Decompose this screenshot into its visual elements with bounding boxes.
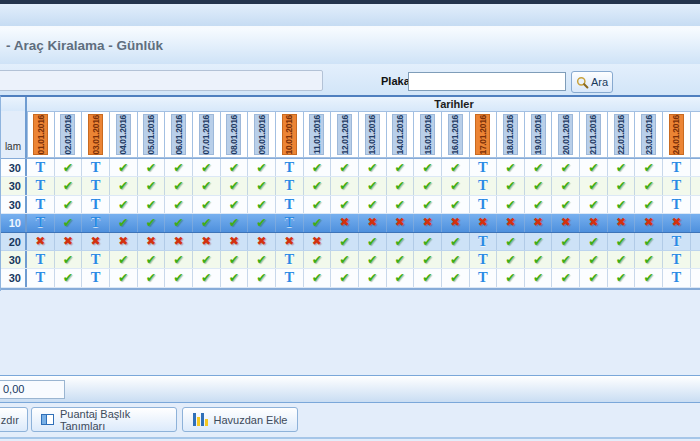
table-row[interactable]: 30T✔T✔✔✔✔✔✔T✔✔✔✔✔✔T✔✔✔✔✔✔T	[1, 251, 700, 269]
status-cell-check[interactable]: ✔	[165, 269, 193, 286]
table-row[interactable]: 30T✔T✔✔✔✔✔✔T✔✔✔✔✔✔T✔✔✔✔✔✔T	[1, 177, 700, 195]
status-cell-check[interactable]: ✔	[359, 251, 387, 268]
status-cell-check[interactable]: ✔	[248, 159, 276, 176]
status-cell-tatil[interactable]: T	[663, 159, 691, 176]
status-cell-check[interactable]: ✔	[387, 177, 415, 194]
status-cell-check[interactable]: ✔	[580, 251, 608, 268]
status-cell-check[interactable]: ✔	[525, 196, 553, 213]
status-cell-tatil[interactable]: T	[470, 196, 498, 213]
status-cell-check[interactable]: ✔	[525, 251, 553, 268]
status-cell-check[interactable]: ✔	[387, 196, 415, 213]
status-cell-check[interactable]: ✔	[165, 196, 193, 213]
status-cell-check[interactable]: ✔	[138, 159, 166, 176]
status-cell-check[interactable]: ✔	[497, 269, 525, 286]
status-cell-check[interactable]: ✔	[525, 159, 553, 176]
row-total-cell[interactable]: 30	[1, 159, 27, 176]
status-cell-check[interactable]: ✔	[304, 159, 332, 176]
status-cell-cross[interactable]: ✖	[608, 214, 636, 231]
status-cell-tatil[interactable]: T	[663, 251, 691, 268]
status-cell-check[interactable]: ✔	[193, 159, 221, 176]
status-cell-cross[interactable]: ✖	[276, 233, 304, 250]
status-cell-check[interactable]: ✔	[55, 159, 83, 176]
status-cell-check[interactable]: ✔	[635, 233, 663, 250]
status-cell-tatil[interactable]: T	[663, 269, 691, 286]
status-cell-check[interactable]: ✔	[414, 251, 442, 268]
date-header-cell[interactable]: 02.01.2016	[55, 111, 83, 158]
status-cell-check[interactable]: ✔	[580, 196, 608, 213]
date-header-cell[interactable]: 23.01.2016	[635, 111, 663, 158]
date-header-cell[interactable]: 13.01.2016	[359, 111, 387, 158]
table-row[interactable]: 30T✔T✔✔✔✔✔✔T✔✔✔✔✔✔T✔✔✔✔✔✔T	[1, 159, 700, 177]
status-cell-check[interactable]: ✔	[552, 196, 580, 213]
date-header-cell[interactable]: 10.01.2016	[276, 111, 304, 158]
status-cell-check[interactable]: ✔	[442, 196, 470, 213]
status-cell-check[interactable]: ✔	[138, 269, 166, 286]
status-cell-check[interactable]: ✔	[497, 196, 525, 213]
status-cell-check[interactable]: ✔	[580, 159, 608, 176]
status-cell-cross[interactable]: ✖	[248, 233, 276, 250]
status-cell-tatil[interactable]: T	[663, 196, 691, 213]
status-cell-cross[interactable]: ✖	[663, 214, 691, 231]
status-cell-check[interactable]: ✔	[580, 177, 608, 194]
status-cell-tatil[interactable]: T	[27, 177, 55, 194]
status-cell-cross[interactable]: ✖	[497, 214, 525, 231]
status-cell-cross[interactable]: ✖	[331, 214, 359, 231]
status-cell-check[interactable]: ✔	[110, 251, 138, 268]
status-cell-check[interactable]: ✔	[248, 251, 276, 268]
table-row[interactable]: 20✖✖✖✖✖✖✖✖✖✖✖✔✔✔✔✔T✔✔✔✔✔✔T	[1, 233, 700, 251]
status-cell-check[interactable]: ✔	[414, 196, 442, 213]
status-cell-check[interactable]: ✔	[193, 269, 221, 286]
date-header-cell[interactable]: 15.01.2016	[414, 111, 442, 158]
status-cell-check[interactable]: ✔	[608, 251, 636, 268]
status-cell-cross[interactable]: ✖	[82, 233, 110, 250]
status-cell-check[interactable]: ✔	[193, 196, 221, 213]
status-cell-check[interactable]: ✔	[442, 159, 470, 176]
status-cell-check[interactable]: ✔	[525, 233, 553, 250]
status-cell-cross[interactable]: ✖	[55, 233, 83, 250]
status-cell-check[interactable]: ✔	[138, 196, 166, 213]
status-cell-check[interactable]: ✔	[304, 196, 332, 213]
status-cell-check[interactable]: ✔	[165, 177, 193, 194]
status-cell-tatil[interactable]: T	[276, 196, 304, 213]
status-cell-check[interactable]: ✔	[55, 251, 83, 268]
status-cell-tatil[interactable]: T	[276, 177, 304, 194]
row-total-cell[interactable]: 30	[1, 196, 27, 213]
status-cell-check[interactable]: ✔	[635, 177, 663, 194]
table-row[interactable]: 10T✔T✔✔✔✔✔✔T✔✖✖✖✖✖✖✖✖✖✖✖✖✖	[1, 214, 700, 232]
status-cell-check[interactable]: ✔	[248, 196, 276, 213]
puantaj-definitions-button[interactable]: Puantaj Başlık Tanımları	[31, 407, 177, 432]
status-cell-check[interactable]: ✔	[387, 251, 415, 268]
status-cell-check[interactable]: ✔	[110, 159, 138, 176]
status-cell-tatil[interactable]: T	[470, 251, 498, 268]
status-cell-tatil[interactable]: T	[276, 269, 304, 286]
status-cell-check[interactable]: ✔	[193, 214, 221, 231]
status-cell-check[interactable]: ✔	[221, 159, 249, 176]
date-header-cell[interactable]: 01.01.2016	[27, 111, 55, 158]
status-cell-check[interactable]: ✔	[442, 233, 470, 250]
status-cell-check[interactable]: ✔	[497, 177, 525, 194]
status-cell-check[interactable]: ✔	[525, 269, 553, 286]
status-cell-cross[interactable]: ✖	[580, 214, 608, 231]
table-row[interactable]: 30T✔T✔✔✔✔✔✔T✔✔✔✔✔✔T✔✔✔✔✔✔T	[1, 196, 700, 214]
status-cell-check[interactable]: ✔	[331, 196, 359, 213]
status-cell-check[interactable]: ✔	[138, 177, 166, 194]
status-cell-check[interactable]: ✔	[442, 251, 470, 268]
status-cell-check[interactable]: ✔	[110, 196, 138, 213]
status-cell-check[interactable]: ✔	[608, 177, 636, 194]
status-cell-check[interactable]: ✔	[387, 159, 415, 176]
row-total-cell[interactable]: 30	[1, 177, 27, 194]
status-cell-cross[interactable]: ✖	[387, 214, 415, 231]
status-cell-check[interactable]: ✔	[552, 159, 580, 176]
status-cell-check[interactable]: ✔	[221, 196, 249, 213]
status-cell-cross[interactable]: ✖	[193, 233, 221, 250]
status-cell-check[interactable]: ✔	[608, 196, 636, 213]
status-cell-check[interactable]: ✔	[414, 159, 442, 176]
status-cell-check[interactable]: ✔	[359, 233, 387, 250]
status-cell-check[interactable]: ✔	[110, 177, 138, 194]
status-cell-check[interactable]: ✔	[55, 196, 83, 213]
status-cell-check[interactable]: ✔	[635, 251, 663, 268]
status-cell-check[interactable]: ✔	[55, 177, 83, 194]
date-header-cell[interactable]: 16.01.2016	[442, 111, 470, 158]
status-cell-check[interactable]: ✔	[221, 177, 249, 194]
status-cell-check[interactable]: ✔	[580, 233, 608, 250]
